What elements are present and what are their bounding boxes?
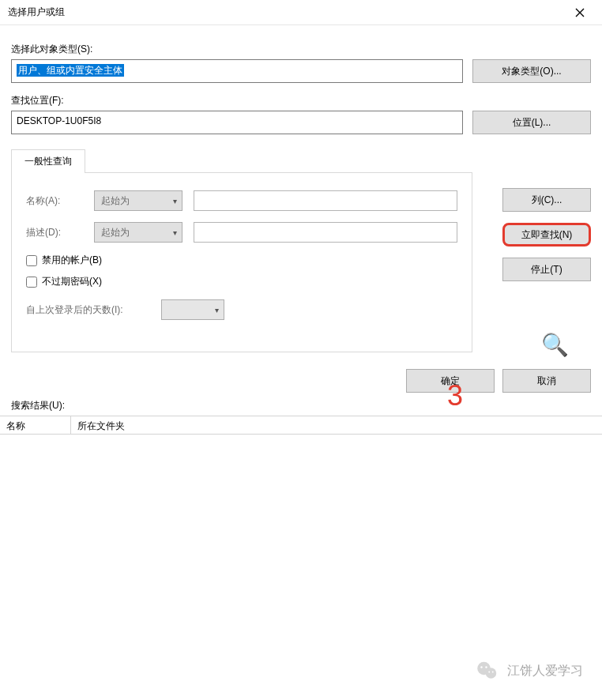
description-operator-dropdown[interactable]: 起始为 ▾	[94, 222, 182, 243]
watermark-text: 江饼人爱学习	[507, 663, 583, 679]
dialog-title: 选择用户或组	[6, 6, 65, 19]
location-field[interactable]: DESKTOP-1U0F5I8	[11, 111, 463, 134]
columns-button[interactable]: 列(C)...	[502, 188, 591, 212]
object-types-button[interactable]: 对象类型(O)...	[472, 59, 591, 83]
svg-point-2	[480, 666, 482, 668]
object-type-label: 选择此对象类型(S):	[11, 43, 591, 56]
days-since-login-dropdown: ▾	[161, 299, 224, 320]
query-tab-area: 一般性查询 名称(A): 起始为 ▾ 描述(D):	[11, 149, 591, 358]
search-icon: 🔍	[541, 332, 569, 358]
close-icon	[575, 8, 585, 17]
column-header-name[interactable]: 名称	[0, 416, 71, 434]
wechat-icon	[476, 659, 499, 683]
query-side-buttons: 列(C)... 立即查找(N) 停止(T) 🔍	[472, 172, 591, 358]
svg-point-1	[486, 668, 497, 679]
query-panel: 名称(A): 起始为 ▾ 描述(D): 起始为 ▾	[11, 172, 472, 352]
stop-button[interactable]: 停止(T)	[502, 258, 591, 281]
titlebar: 选择用户或组	[0, 0, 602, 25]
tab-general-query[interactable]: 一般性查询	[11, 149, 85, 173]
location-label: 查找位置(F):	[11, 94, 591, 107]
name-label: 名称(A):	[26, 194, 83, 208]
description-label: 描述(D):	[26, 226, 83, 239]
locations-button[interactable]: 位置(L)...	[472, 111, 591, 134]
svg-point-4	[488, 672, 490, 673]
cancel-button[interactable]: 取消	[502, 369, 591, 393]
disabled-accounts-input[interactable]	[26, 255, 37, 266]
search-results-label: 搜索结果(U):	[0, 399, 602, 416]
svg-point-5	[492, 672, 494, 673]
object-type-value: 用户、组或内置安全主体	[17, 64, 124, 77]
ok-cancel-row: 确定 取消	[0, 358, 602, 399]
object-type-field[interactable]: 用户、组或内置安全主体	[11, 59, 463, 83]
results-header: 名称 所在文件夹	[0, 416, 602, 435]
close-button[interactable]	[564, 1, 596, 24]
description-input[interactable]	[194, 222, 457, 243]
select-users-groups-dialog: 选择用户或组 选择此对象类型(S): 用户、组或内置安全主体 对象类型(O)..…	[0, 0, 602, 700]
location-value: DESKTOP-1U0F5I8	[17, 115, 101, 126]
annotation-number: 3	[447, 379, 463, 412]
non-expiring-password-checkbox[interactable]: 不过期密码(X)	[26, 275, 457, 288]
chevron-down-icon: ▾	[173, 228, 177, 237]
disabled-accounts-checkbox[interactable]: 禁用的帐户(B)	[26, 254, 457, 267]
chevron-down-icon: ▾	[215, 306, 219, 314]
svg-point-3	[485, 666, 487, 668]
find-now-button[interactable]: 立即查找(N)	[502, 223, 591, 247]
name-operator-dropdown[interactable]: 起始为 ▾	[94, 190, 182, 211]
name-input[interactable]	[194, 190, 457, 211]
column-header-folder[interactable]: 所在文件夹	[71, 416, 602, 434]
non-expiring-password-input[interactable]	[26, 277, 37, 288]
chevron-down-icon: ▾	[173, 197, 177, 205]
days-since-login-label: 自上次登录后的天数(I):	[26, 303, 123, 317]
watermark: 江饼人爱学习	[476, 659, 583, 683]
